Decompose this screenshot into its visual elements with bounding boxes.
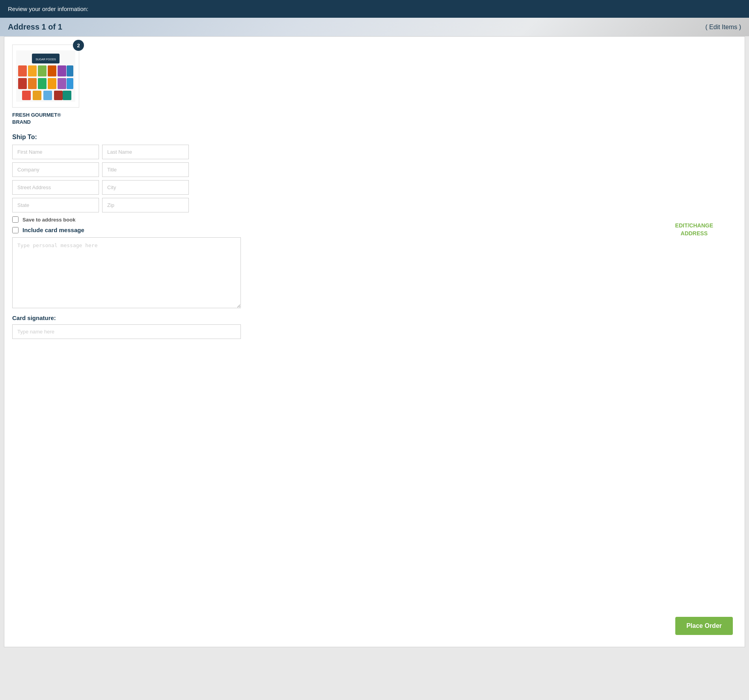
svg-rect-9 [18, 78, 27, 89]
svg-rect-11 [38, 78, 47, 89]
address-title: Address 1 of 1 [8, 22, 62, 32]
company-input[interactable] [12, 162, 99, 177]
svg-rect-14 [67, 78, 73, 89]
first-name-input[interactable] [12, 145, 99, 159]
svg-rect-18 [54, 91, 63, 100]
city-input[interactable] [102, 180, 189, 195]
state-input[interactable] [12, 198, 99, 212]
include-card-message-checkbox[interactable] [12, 227, 19, 233]
svg-rect-4 [28, 65, 37, 76]
form-row-3 [12, 180, 737, 195]
top-banner: Review your order information: [0, 0, 749, 18]
svg-rect-15 [22, 91, 31, 100]
svg-text:SUGAR FOODS: SUGAR FOODS [35, 58, 56, 61]
form-row-2 [12, 162, 737, 177]
svg-rect-17 [43, 91, 52, 100]
form-row-4 [12, 198, 737, 212]
card-signature-label: Card signature: [12, 315, 737, 321]
include-card-message-label: Include card message [22, 227, 84, 233]
product-image-box: SUGAR FOODS [12, 45, 79, 108]
card-signature-input[interactable] [12, 324, 241, 339]
street-address-input[interactable] [12, 180, 99, 195]
edit-change-address-link[interactable]: EDIT/CHANGE ADDRESS [675, 222, 713, 237]
svg-rect-16 [33, 91, 41, 100]
product-quantity-badge: 2 [73, 40, 84, 51]
last-name-input[interactable] [102, 145, 189, 159]
svg-rect-10 [28, 78, 37, 89]
zip-input[interactable] [102, 198, 189, 212]
address-header: Address 1 of 1 ( Edit Items ) [0, 18, 749, 36]
save-address-label: Save to address book [22, 217, 75, 223]
product-image: SUGAR FOODS [16, 50, 75, 102]
ship-to-section: Ship To: [12, 134, 737, 212]
include-card-message-row: Include card message [12, 227, 737, 233]
personal-message-textarea[interactable] [12, 237, 241, 308]
banner-text: Review your order information: [8, 6, 88, 12]
save-address-row: Save to address book [12, 216, 737, 223]
product-name: FRESH GOURMET® BRAND [12, 112, 79, 126]
place-order-button[interactable]: Place Order [675, 617, 733, 635]
main-content: 2 SUGAR FOODS [4, 36, 745, 647]
svg-rect-12 [48, 78, 56, 89]
title-input[interactable] [102, 162, 189, 177]
ship-to-label: Ship To: [12, 134, 737, 141]
svg-rect-13 [58, 78, 66, 89]
product-card: 2 SUGAR FOODS [12, 45, 79, 126]
product-section: 2 SUGAR FOODS [12, 45, 737, 126]
edit-address-line1: EDIT/CHANGE [675, 222, 713, 230]
svg-rect-19 [63, 91, 71, 100]
svg-rect-6 [48, 65, 56, 76]
svg-rect-5 [38, 65, 47, 76]
edit-address-line2: ADDRESS [675, 230, 713, 238]
svg-rect-3 [18, 65, 27, 76]
edit-items-link[interactable]: ( Edit Items ) [705, 24, 741, 31]
svg-rect-8 [67, 65, 73, 76]
save-address-checkbox[interactable] [12, 216, 19, 223]
form-row-1 [12, 145, 737, 159]
svg-rect-7 [58, 65, 66, 76]
